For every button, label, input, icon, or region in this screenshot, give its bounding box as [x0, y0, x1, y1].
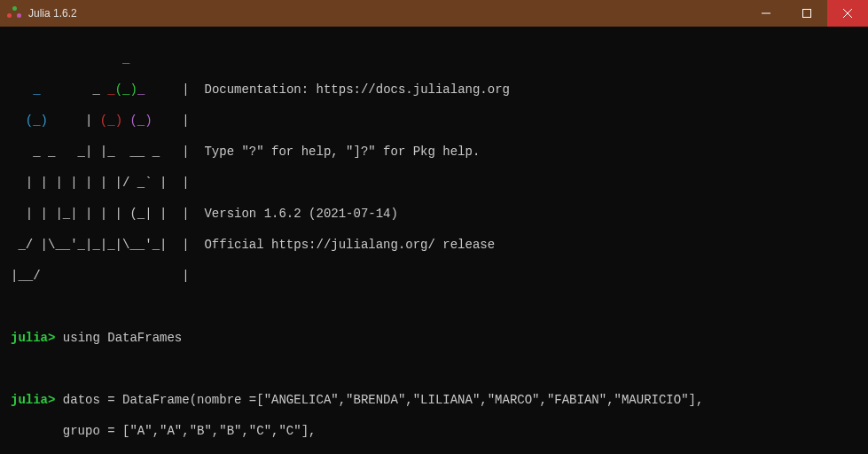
banner-release: Official https://julialang.org/ release	[204, 238, 495, 252]
banner-version: Version 1.6.2 (2021-07-14)	[204, 207, 397, 221]
ascii-logo: _	[11, 51, 857, 67]
prompt: julia>	[11, 331, 55, 345]
svg-rect-1	[803, 10, 811, 18]
minimize-button[interactable]	[746, 0, 786, 27]
window-title: Julia 1.6.2	[28, 7, 746, 20]
close-button[interactable]	[827, 0, 868, 27]
cmd-dataframe: datos = DataFrame(nombre =["ANGELICA","B…	[63, 393, 704, 407]
cmd-using: using DataFrames	[63, 331, 182, 345]
prompt: julia>	[11, 393, 55, 407]
banner-help: Type "?" for help, "]?" for Pkg help.	[204, 145, 480, 159]
maximize-button[interactable]	[786, 0, 827, 27]
julia-icon	[7, 6, 21, 20]
window-controls	[746, 0, 868, 27]
repl-line-1: julia> using DataFrames	[11, 331, 857, 347]
cmd-dataframe-cont1: grupo = ["A","A","B","B","C","C"],	[11, 424, 316, 438]
terminal-area[interactable]: _ _ _ _(_)_ | Documentation: https://doc…	[0, 27, 868, 454]
titlebar: Julia 1.6.2	[0, 0, 868, 27]
repl-line-2: julia> datos = DataFrame(nombre =["ANGEL…	[11, 393, 857, 409]
banner-doc: Documentation: https://docs.julialang.or…	[205, 82, 510, 97]
